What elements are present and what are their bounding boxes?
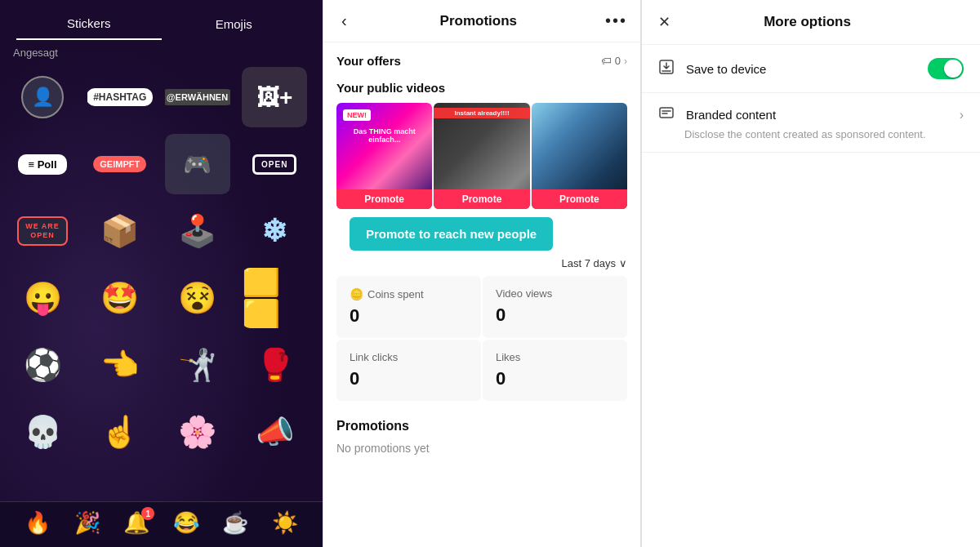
- branded-chevron-icon: ›: [960, 108, 964, 122]
- promote-button-3[interactable]: Promote: [532, 189, 627, 209]
- sticker-snowflake[interactable]: ❄: [242, 201, 307, 261]
- filter-row: Last 7 days ∨: [323, 254, 640, 276]
- your-offers-label: Your offers: [336, 54, 401, 68]
- toolbar-party[interactable]: 🎉: [74, 510, 100, 536]
- new-badge: NEW!: [343, 109, 371, 121]
- stat-views-value: 0: [496, 305, 614, 326]
- stat-clicks-value: 0: [350, 368, 468, 389]
- sticker-poll[interactable]: ≡ Poll: [10, 134, 75, 194]
- sticker-mention[interactable]: @ERWÄHNEN: [165, 67, 230, 127]
- coin-icon: 🪙: [350, 287, 363, 300]
- trending-label: Angesagt: [0, 40, 323, 64]
- branded-label: Branded content: [686, 108, 776, 122]
- sticker-grid: 👤 #HASHTAG @ERWÄHNEN 🖼+ ≡ Poll GEIMPFT 🎮…: [0, 64, 323, 469]
- sticker-hand[interactable]: 👈: [87, 335, 153, 395]
- stat-clicks-label: Link clicks: [350, 351, 468, 363]
- back-button[interactable]: ‹: [336, 11, 352, 30]
- offers-badge[interactable]: 🏷 0 ›: [601, 55, 627, 67]
- offers-chevron-icon: ›: [624, 56, 627, 67]
- tab-stickers[interactable]: Stickers: [16, 10, 162, 40]
- stat-coins-value: 0: [350, 305, 468, 327]
- sticker-emoji-dizzy[interactable]: 😵: [165, 268, 230, 328]
- offers-count: 0: [615, 55, 621, 67]
- right-panel: ✕ More options Save to device: [641, 0, 980, 547]
- sticker-emoji-stars[interactable]: 🤩: [87, 268, 153, 328]
- sticker-soccer[interactable]: ⚽: [10, 335, 75, 395]
- sticker-skull[interactable]: 💀: [10, 402, 75, 462]
- branded-top: Branded content ›: [658, 105, 964, 125]
- sticker-box[interactable]: 📦: [87, 201, 153, 261]
- sticker-hashtag[interactable]: #HASHTAG: [87, 67, 153, 127]
- tabs-row: Stickers Emojis: [0, 0, 323, 40]
- branded-left: Branded content: [658, 105, 776, 125]
- sticker-add-photo[interactable]: 🖼+: [242, 67, 307, 127]
- toolbar-sun[interactable]: ☀️: [272, 510, 298, 536]
- stat-likes: Likes 0: [483, 340, 627, 401]
- toggle-knob: [944, 60, 962, 78]
- stat-coins: 🪙 Coins spent 0: [336, 276, 481, 338]
- sticker-game[interactable]: 🎮: [165, 134, 230, 194]
- sticker-glove[interactable]: 🥊: [242, 335, 307, 395]
- stat-views: Video views 0: [483, 276, 627, 338]
- branded-content-row[interactable]: Branded content › Disclose the content c…: [642, 93, 980, 153]
- filter-select[interactable]: Last 7 days ∨: [562, 257, 628, 269]
- close-button[interactable]: ✕: [658, 13, 670, 31]
- video-thumb-1[interactable]: NEW! Das THING machteinfach... Promote: [336, 103, 432, 209]
- sticker-checkers[interactable]: 🟥🟨🟨🟥: [242, 268, 307, 328]
- sticker-open-red[interactable]: WE AREOPEN: [10, 201, 75, 261]
- notification-badge: 1: [141, 507, 154, 520]
- stat-likes-value: 0: [496, 368, 614, 389]
- save-icon: [658, 59, 675, 79]
- save-to-device-row: Save to device: [642, 45, 980, 93]
- save-option-left: Save to device: [658, 59, 766, 79]
- right-panel-header: ✕ More options: [642, 0, 980, 45]
- sticker-finger[interactable]: ☝️: [87, 402, 153, 462]
- middle-title: Promotions: [440, 13, 517, 29]
- sticker-open-sign[interactable]: OPEN: [242, 134, 307, 194]
- video-thumb-2[interactable]: Instant already!!!! Promote: [434, 103, 529, 209]
- sticker-flower[interactable]: 🌸: [165, 402, 230, 462]
- middle-header: ‹ Promotions •••: [323, 0, 640, 42]
- promotions-section-title: Promotions: [323, 411, 640, 438]
- promote-button-2[interactable]: Promote: [434, 189, 529, 209]
- branded-description: Disclose the content created as sponsore…: [684, 128, 964, 140]
- stat-coins-label: 🪙 Coins spent: [350, 287, 468, 300]
- promote-button-1[interactable]: Promote: [336, 189, 432, 209]
- filter-label: Last 7 days: [562, 257, 617, 269]
- filter-chevron-icon: ∨: [619, 257, 627, 269]
- toolbar-coffee[interactable]: ☕: [222, 510, 248, 536]
- sticker-avatar[interactable]: 👤: [10, 67, 75, 127]
- toolbar-fire[interactable]: 🔥: [24, 510, 51, 536]
- save-toggle[interactable]: [928, 58, 964, 79]
- stat-views-label: Video views: [496, 287, 614, 300]
- sticker-character[interactable]: 🤺: [165, 335, 230, 395]
- branded-icon: [658, 105, 675, 125]
- stat-likes-label: Likes: [496, 351, 614, 363]
- sticker-game2[interactable]: 🕹️: [165, 201, 230, 261]
- video-grid: NEW! Das THING machteinfach... Promote I…: [336, 103, 627, 209]
- sticker-geimpft[interactable]: GEIMPFT: [87, 134, 153, 194]
- save-label: Save to device: [686, 62, 766, 76]
- your-offers-row: Your offers 🏷 0 ›: [323, 42, 640, 74]
- left-panel: Stickers Emojis Angesagt 👤 #HASHTAG @ERW…: [0, 0, 323, 547]
- breaking-badge: Instant already!!!!: [434, 108, 529, 118]
- tag-icon: 🏷: [601, 55, 612, 67]
- bottom-toolbar: 🔥 🎉 🔔 1 😂 ☕ ☀️: [0, 501, 323, 547]
- middle-panel: ‹ Promotions ••• Your offers 🏷 0 › Your …: [323, 0, 641, 547]
- toolbar-laugh[interactable]: 😂: [173, 510, 199, 536]
- right-panel-title: More options: [764, 14, 851, 30]
- tab-emojis[interactable]: Emojis: [162, 10, 307, 40]
- stats-grid: 🪙 Coins spent 0 Video views 0 Link click…: [336, 276, 627, 401]
- toolbar-notification[interactable]: 🔔 1: [123, 510, 149, 536]
- svg-rect-1: [660, 108, 673, 118]
- more-options-button[interactable]: •••: [605, 11, 627, 30]
- sticker-emoji-tongue[interactable]: 😛: [10, 268, 75, 328]
- video-overlay-1: Das THING machteinfach...: [354, 127, 416, 144]
- sticker-whistle[interactable]: 📣: [242, 402, 307, 462]
- public-videos-title: Your public videos: [323, 74, 640, 103]
- no-promotions-text: No promotions yet: [323, 438, 640, 471]
- promote-to-button[interactable]: Promote to reach new people: [350, 217, 553, 251]
- video-thumb-3[interactable]: Promote: [532, 103, 627, 209]
- stat-clicks: Link clicks 0: [336, 340, 481, 401]
